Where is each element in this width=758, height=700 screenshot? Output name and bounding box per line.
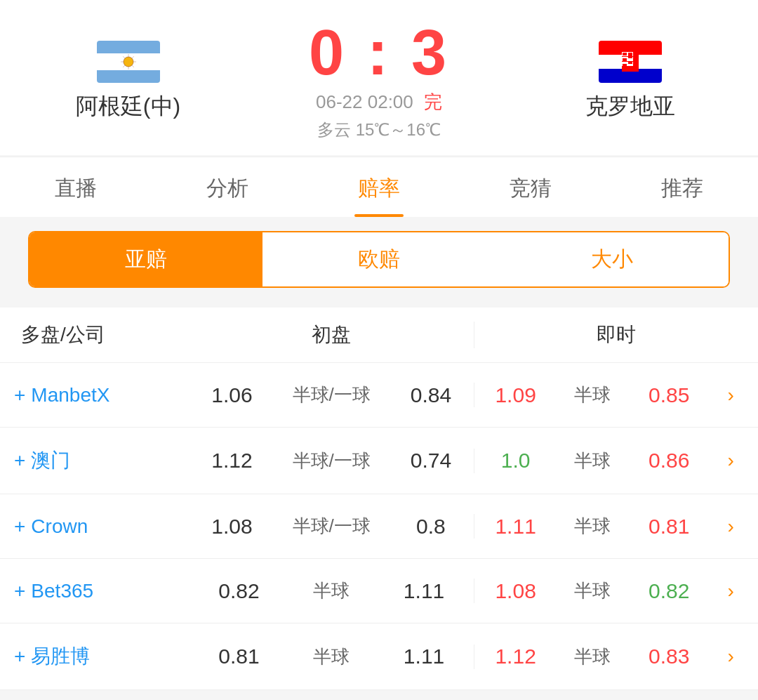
home-score: 0: [309, 18, 347, 88]
home-team: 阿根廷(中): [14, 41, 242, 122]
table-row: + ManbetX 1.06 半球/一球 0.84 1.09 半球 0.85 ›: [0, 363, 758, 428]
live-handicap: 半球: [574, 514, 611, 539]
col-company-header: 多盘/公司: [0, 322, 190, 348]
sub-tabs: 亚赔 欧赔 大小: [0, 217, 758, 302]
tab-odds[interactable]: 赔率: [303, 157, 455, 217]
live-home-val: 1.09: [491, 383, 540, 407]
live-odds-section: 1.09 半球 0.85 ›: [474, 383, 759, 407]
company-name: ManbetX: [31, 384, 109, 407]
match-weather: 多云 15℃～16℃: [317, 119, 441, 141]
initial-odds-section: 1.08 半球/一球 0.8: [190, 514, 474, 539]
company-cell[interactable]: + 澳门: [0, 447, 190, 474]
home-team-name: 阿根廷(中): [76, 91, 180, 122]
plus-icon: +: [14, 384, 25, 407]
plus-icon: +: [14, 645, 25, 668]
subtab-overunder[interactable]: 大小: [496, 232, 729, 286]
company-cell[interactable]: + 易胜博: [0, 643, 190, 670]
svg-rect-26: [628, 53, 632, 55]
subtab-european[interactable]: 欧赔: [262, 232, 496, 286]
init-handicap: 半球: [313, 645, 350, 669]
svg-rect-25: [623, 64, 627, 67]
score-block: 0 : 3 06-22 02:00 完 多云 15℃～16℃: [242, 21, 516, 141]
svg-rect-21: [623, 53, 627, 55]
table-header: 多盘/公司 初盘 即时: [0, 308, 758, 363]
company-name: Bet365: [31, 580, 93, 602]
init-away-val: 1.11: [399, 645, 448, 668]
svg-point-2: [124, 57, 133, 67]
init-away-val: 0.74: [406, 449, 456, 473]
col-initial-header: 初盘: [190, 322, 474, 348]
live-away-val: 0.86: [644, 449, 693, 473]
initial-odds-section: 1.12 半球/一球 0.74: [190, 449, 474, 473]
initial-odds-section: 0.82 半球 1.11: [190, 579, 474, 603]
live-odds-section: 1.0 半球 0.86 ›: [474, 449, 759, 473]
company-cell[interactable]: + Bet365: [0, 580, 190, 602]
tab-analysis[interactable]: 分析: [152, 157, 303, 217]
initial-odds-section: 1.06 半球/一球 0.84: [190, 383, 474, 407]
live-home-val: 1.0: [491, 449, 540, 473]
live-away-val: 0.82: [644, 579, 693, 603]
subtab-asian[interactable]: 亚赔: [29, 232, 262, 286]
company-cell[interactable]: + ManbetX: [0, 384, 190, 407]
init-home-val: 1.06: [208, 383, 257, 407]
init-handicap: 半球/一球: [293, 449, 371, 473]
home-team-flag: [97, 41, 160, 83]
company-name: 澳门: [31, 447, 70, 474]
svg-rect-24: [628, 61, 632, 64]
init-home-val: 0.81: [214, 645, 263, 668]
odds-rows: + ManbetX 1.06 半球/一球 0.84 1.09 半球 0.85 ›…: [0, 363, 758, 690]
tab-recommend[interactable]: 推荐: [606, 157, 758, 217]
svg-rect-22: [628, 55, 632, 58]
col-live-header: 即时: [474, 322, 759, 348]
init-handicap: 半球/一球: [293, 383, 371, 407]
company-cell[interactable]: + Crown: [0, 515, 190, 538]
live-odds-section: 1.11 半球 0.81 ›: [474, 514, 759, 539]
away-score: 3: [411, 18, 449, 88]
init-home-val: 0.82: [214, 579, 263, 603]
company-name: 易胜博: [31, 643, 90, 670]
match-time: 06-22 02:00 完: [316, 90, 442, 114]
live-odds-section: 1.08 半球 0.82 ›: [474, 579, 759, 603]
company-name: Crown: [31, 515, 88, 538]
away-team-name: 克罗地亚: [585, 91, 675, 122]
sub-tab-group: 亚赔 欧赔 大小: [28, 231, 730, 288]
live-handicap: 半球: [574, 383, 611, 407]
odds-table: 多盘/公司 初盘 即时 + ManbetX 1.06 半球/一球 0.84 1.…: [0, 308, 758, 690]
initial-odds-section: 0.81 半球 1.11: [190, 645, 474, 669]
away-team: 克罗地亚: [516, 41, 744, 122]
live-away-val: 0.85: [644, 383, 693, 407]
tab-live[interactable]: 直播: [0, 157, 152, 217]
table-row: + Bet365 0.82 半球 1.11 1.08 半球 0.82 ›: [0, 559, 758, 623]
init-home-val: 1.08: [208, 515, 257, 539]
score-display: 0 : 3: [309, 21, 449, 84]
nav-tabs: 直播 分析 赔率 竞猜 推荐: [0, 157, 758, 217]
live-handicap: 半球: [574, 645, 611, 669]
away-team-flag: [599, 41, 662, 83]
live-odds-section: 1.12 半球 0.83 ›: [474, 645, 759, 669]
init-handicap: 半球: [313, 579, 350, 603]
chevron-right-icon[interactable]: ›: [727, 384, 740, 407]
plus-icon: +: [14, 515, 25, 538]
plus-icon: +: [14, 449, 25, 472]
live-handicap: 半球: [574, 449, 611, 473]
live-away-val: 0.81: [644, 515, 693, 539]
chevron-right-icon[interactable]: ›: [727, 645, 740, 668]
live-home-val: 1.11: [491, 515, 540, 539]
table-row: + 澳门 1.12 半球/一球 0.74 1.0 半球 0.86 ›: [0, 428, 758, 494]
table-row: + 易胜博 0.81 半球 1.11 1.12 半球 0.83 ›: [0, 623, 758, 690]
live-home-val: 1.12: [491, 645, 540, 668]
plus-icon: +: [14, 580, 25, 602]
chevron-right-icon[interactable]: ›: [727, 449, 740, 472]
init-away-val: 1.11: [399, 579, 448, 603]
chevron-right-icon[interactable]: ›: [727, 580, 740, 602]
init-handicap: 半球/一球: [293, 514, 371, 539]
live-home-val: 1.08: [491, 579, 540, 603]
live-handicap: 半球: [574, 579, 611, 603]
svg-rect-23: [623, 58, 627, 61]
init-away-val: 0.8: [406, 515, 456, 539]
chevron-right-icon[interactable]: ›: [727, 515, 740, 538]
init-home-val: 1.12: [208, 449, 257, 473]
tab-guess[interactable]: 竞猜: [455, 157, 606, 217]
score-separator: :: [367, 18, 411, 88]
match-status: 完: [424, 91, 442, 112]
